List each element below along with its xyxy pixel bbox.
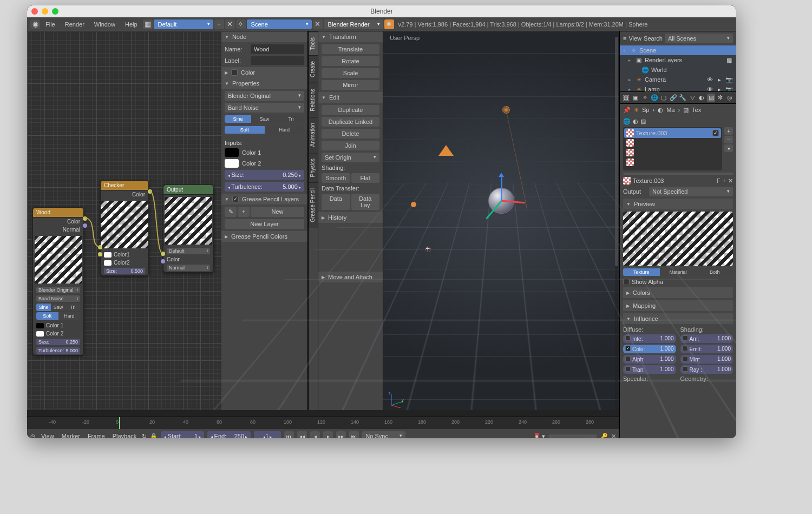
ctx-render-icon[interactable]: 🖼 [622,94,630,102]
remove-layout-button[interactable]: ✕ [225,19,235,29]
tl-start[interactable]: Start:1 [161,431,204,438]
timeline-ruler[interactable]: -40-200204060801001201401601802002202402… [27,417,619,429]
tex-slot-1[interactable] [624,138,721,148]
input-color2-swatch[interactable] [225,159,239,168]
ctx-physics-icon[interactable]: ◎ [726,94,734,102]
tl-menu-frame[interactable]: Frame [86,432,107,438]
btn-flat[interactable]: Flat [351,173,380,183]
outliner-camera[interactable]: ▸✳Camera👁▸📷 [620,75,736,84]
gpl-pencil-icon[interactable]: ✎ [225,207,237,217]
color-checkbox[interactable] [231,69,238,76]
outliner-view[interactable]: View [628,35,641,42]
prop-noisebasis[interactable]: Blender Original [225,91,304,101]
section-edit[interactable]: Edit [318,92,383,103]
prop-sine[interactable]: Sine [225,115,251,123]
tl-key-delete[interactable]: ⨯ [611,433,616,439]
outliner-scene[interactable]: ▾✧Scene [620,45,736,55]
btn-join[interactable]: Join [322,141,379,150]
btn-translate[interactable]: Translate [322,44,379,54]
prop-size[interactable]: Size:0.250 [225,170,304,180]
section-node[interactable]: Node [221,31,307,42]
tex-slot-add[interactable]: + [724,127,733,135]
tl-end[interactable]: End:250 [207,431,251,438]
tab-relations[interactable]: Relations [309,83,318,117]
ctx-material[interactable]: Ma [666,107,675,113]
node-output-header[interactable]: Output [163,185,213,195]
ctx-texture-icon[interactable]: ▨ [707,94,715,102]
camera-object[interactable] [438,145,454,156]
tex-unlink[interactable]: ✕ [728,177,733,184]
output-normal[interactable]: Normal [167,265,210,271]
ctx-constraints-icon[interactable]: 🔗 [669,94,677,102]
texture-list-divider[interactable] [623,173,733,175]
menu-render[interactable]: Render [61,19,89,29]
view3d-viewport[interactable]: User Persp zy (1) Sphere [383,31,619,424]
ctx-particles-icon[interactable]: ✼ [716,94,724,102]
menu-help[interactable]: Help [121,19,142,29]
section-gpl[interactable]: Grease Pencil Layers [221,194,307,205]
btn-data[interactable]: Data [322,194,350,210]
timeline-cursor[interactable] [119,417,120,429]
tex-material-btn[interactable]: ◐ [633,118,638,125]
lamp-object[interactable] [502,106,510,114]
pin-icon[interactable]: 📌 [623,107,631,114]
tl-keying-icon[interactable]: ▾ [542,433,545,439]
menu-window[interactable]: Window [90,19,120,29]
gpl-checkbox[interactable] [232,196,239,202]
tl-play[interactable]: ▸ [323,431,333,438]
outliner-lamp[interactable]: ▸✳Lamp👁▸📷 [620,84,736,92]
node-wood[interactable]: Wood Color Normal Blender Original Band … [32,207,84,355]
checker-color2[interactable]: Color2 [114,260,129,266]
node-checker[interactable]: Checker Color Color1 Color2 Size:0.500 [100,180,149,276]
node-checker-header[interactable]: Checker [101,181,148,190]
tex-world-btn[interactable]: 🌐 [623,118,631,125]
ctx-scene-icon[interactable]: ✧ [641,94,649,102]
wood-tri[interactable]: Tri [66,304,80,311]
tex-slot-2[interactable] [624,148,721,157]
tex-new[interactable]: + [723,177,726,184]
btn-rotate[interactable]: Rotate [322,56,379,66]
outliner-renderlayers[interactable]: ▸▣RenderLayers▩ [620,55,736,65]
tl-keyframe-next[interactable]: ▸▸ [336,431,346,438]
tab-animation[interactable]: Animation [309,117,318,152]
tex-slot-menu[interactable]: ▾ [724,144,733,152]
section-gpc[interactable]: Grease Pencil Colors [221,231,307,242]
tex-F[interactable]: F [717,177,721,184]
btn-duplicate-linked[interactable]: Duplicate Linked [322,117,379,127]
texture-datablock[interactable]: Texture.003 [633,177,715,184]
wood-color1[interactable]: Color 1 [46,322,63,328]
wood-saw[interactable]: Saw [51,304,66,311]
node-output[interactable]: Output Default Color Normal [163,184,214,273]
ctx-world-icon[interactable]: 🌐 [650,94,658,102]
view3d-scrollbar[interactable] [615,37,618,419]
ctx-data-icon[interactable]: ▽ [688,94,696,102]
btn-smooth[interactable]: Smooth [322,173,350,183]
prop-bandtype[interactable]: Band Noise [225,103,304,113]
prop-turbulence[interactable]: Turbulence:5.000 [225,182,304,192]
output-dropdown[interactable]: Not Specified [649,187,733,196]
ctx-modifiers-icon[interactable]: 🔧 [679,94,687,102]
render-engine-dropdown[interactable]: Blender Render [324,19,383,29]
ctx-renderlayers-icon[interactable]: ▣ [631,94,639,102]
wood-sine[interactable]: Sine [36,304,51,311]
node-label-input[interactable] [251,56,304,65]
node-editor-view[interactable]: Wood Color Normal Blender Original Band … [27,31,221,424]
prop-soft[interactable]: Soft [225,126,265,134]
tab-create[interactable]: Create [309,55,318,83]
tl-menu-view[interactable]: View [39,432,56,438]
add-layout-button[interactable]: + [214,19,224,29]
ctx-object-icon[interactable]: ▢ [660,94,668,102]
scene-icon[interactable]: ✧ [236,19,246,29]
menu-file[interactable]: File [41,19,60,29]
tl-keyframe-prev[interactable]: ◂◂ [297,431,307,438]
gpl-add[interactable]: + [238,207,250,217]
outliner-world[interactable]: 🌐World [620,65,736,75]
screen-layout-icon[interactable]: ▦ [143,19,153,29]
ctx-texture[interactable]: Tex [692,107,701,113]
section-transform[interactable]: Transform [318,31,383,42]
tl-keyingset[interactable] [548,434,597,438]
tl-refresh-icon[interactable]: ↻ [142,433,147,439]
prop-tri[interactable]: Tri [278,115,304,123]
tl-menu-playback[interactable]: Playback [110,432,139,438]
node-wood-header[interactable]: Wood [33,208,83,218]
